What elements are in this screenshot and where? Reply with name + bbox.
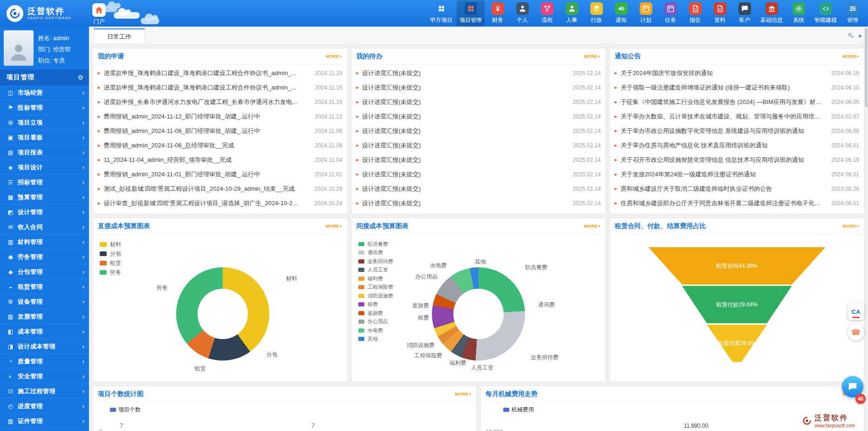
collapse-arrow-icon[interactable]: ▶ bbox=[859, 33, 862, 38]
request-list-item[interactable]: ▸ 费用报销_admin_2024-11-06_部门经理审批_胡建_.运行中 2… bbox=[98, 124, 342, 138]
sidebar-menu-item[interactable]: ◒ 租赁管理 › bbox=[0, 279, 89, 294]
sidebar-menu-item[interactable]: ⚑ 投标管理 › bbox=[0, 100, 89, 115]
more-button[interactable]: MORE ▸ bbox=[843, 54, 860, 59]
sidebar-menu-item[interactable]: ▨ 证件管理 › bbox=[0, 414, 89, 429]
sidebar-menu-item[interactable]: ◉ 劳务管理 › bbox=[0, 250, 89, 264]
chevron-right-icon: › bbox=[82, 358, 84, 365]
sidebar-menu-item[interactable]: ▤ 项目报表 › bbox=[0, 145, 89, 160]
notice-list-item[interactable]: ▸ 关于领取一级注册建造师增项证的通知 (须持一建证书前来领取) 2024.06… bbox=[615, 80, 859, 95]
bullet-icon: ▸ bbox=[356, 142, 359, 148]
sidebar-menu-item[interactable]: ⚙ 设备管理 › bbox=[0, 294, 89, 309]
module-item[interactable]: 甲方项目 bbox=[427, 0, 455, 26]
todo-list-item[interactable]: ▸ 设计进度汇报(未提交) 2025.02.14 bbox=[356, 80, 601, 95]
module-item[interactable]: 财务 bbox=[486, 0, 509, 26]
sidebar-menu-item[interactable]: ◆ 分包管理 › bbox=[0, 264, 89, 279]
scrollbar-thumb[interactable] bbox=[865, 28, 868, 107]
more-button[interactable]: MORE ▸ bbox=[326, 54, 342, 59]
request-list-item[interactable]: ▸ 测试_彭祖新城'四馆'景观工程设计项目_2024-10-29_admin_结… bbox=[98, 181, 342, 196]
notice-list-item[interactable]: ▸ 住房和城乡建设部办公厅关于同意吉林省开展二级建造师注册证书电子化试点... … bbox=[615, 196, 859, 210]
more-button[interactable]: MORE ▸ bbox=[326, 224, 342, 229]
more-button[interactable]: MORE ▸ bbox=[584, 224, 601, 229]
ca-float-widget[interactable]: CA bbox=[847, 303, 864, 320]
module-item[interactable]: 智能建模 bbox=[812, 0, 840, 26]
module-item[interactable]: 行政 bbox=[585, 0, 608, 26]
todo-list-item[interactable]: ▸ 设计进度汇报(未提交) 2025.02.14 bbox=[356, 167, 601, 181]
bullet-icon: ▸ bbox=[356, 157, 359, 163]
request-list-item[interactable]: ▸ 11_2024-11-04_admin_经营部_领导审批__完成 2024.… bbox=[98, 153, 342, 167]
sidebar-menu-item[interactable]: ◔ 质量管理 › bbox=[0, 354, 89, 369]
sidebar-menu-item[interactable]: ◨ 设计成本管理 › bbox=[0, 339, 89, 354]
sidebar-menu-item[interactable]: ✉ 收入合同 › bbox=[0, 220, 89, 235]
sidebar-menu-item[interactable]: ☰ 招标管理 › bbox=[0, 175, 89, 190]
notice-list-item[interactable]: ▸ 房和城乡建设厅关于取消二级建造师临时执业证书的公告 2023.08.29 bbox=[615, 181, 859, 196]
module-item[interactable]: 计划 bbox=[634, 0, 657, 26]
panel-title: 通知公告 bbox=[615, 52, 641, 61]
request-list-item[interactable]: ▸ 进度款申报_珠海鹤港口建设_珠海鹤港口建设工程合作协议书_admin_...… bbox=[98, 80, 342, 95]
more-button[interactable]: MORE ▸ bbox=[584, 54, 601, 59]
legend-swatch bbox=[358, 302, 364, 306]
module-item[interactable]: 基础信息 bbox=[758, 0, 786, 26]
sidebar-menu-item[interactable]: ▦ 预算管理 › bbox=[0, 190, 89, 205]
scrollbar[interactable] bbox=[864, 27, 868, 431]
module-nav: 甲方项目 项目管理 财务 bbox=[427, 0, 868, 27]
module-label: 计划 bbox=[640, 16, 651, 24]
legend-label: 差旅费 bbox=[368, 310, 383, 317]
module-item[interactable]: 个人 bbox=[511, 0, 534, 26]
notice-list-item[interactable]: ▸ 关于召开市政公用设施智慧化管理信息 信息技术与应用培训班的通知 2024.0… bbox=[615, 153, 859, 167]
module-item[interactable]: 管理 bbox=[841, 0, 864, 26]
sidebar-menu-item[interactable]: ◧ 成本管理 › bbox=[0, 324, 89, 339]
sidebar-menu-item[interactable]: ▣ 项目看板 › bbox=[0, 130, 89, 145]
module-item[interactable]: 任务 bbox=[659, 0, 682, 26]
todo-list-item[interactable]: ▸ 设计进度汇报(未提交) 2025.02.14 bbox=[356, 66, 601, 80]
request-list-item[interactable]: ▸ 费用报销_admin_2024-11-06_总经理审批__完成 2024.1… bbox=[98, 138, 342, 153]
module-item[interactable]: 报告 bbox=[683, 0, 707, 26]
todo-list-item[interactable]: ▸ 设计进度汇报(未提交) 2025.02.14 bbox=[356, 95, 601, 109]
module-item[interactable]: 系统 bbox=[787, 0, 810, 26]
sidebar-menu-item[interactable]: ▥ 材料管理 › bbox=[0, 235, 89, 250]
notice-list-item[interactable]: ▸ 关于举办大数据、云计算技术在城市建设、规划、管理与服务中的应用培训班... … bbox=[615, 109, 859, 124]
request-list-item[interactable]: ▸ 进度款申报_珠海鹤港口建设_珠海鹤港口建设工程合作协议书_admin_...… bbox=[98, 66, 342, 80]
todo-list-item[interactable]: ▸ 设计进度汇报(未提交) 2025.02.14 bbox=[356, 124, 601, 138]
todo-list-item[interactable]: ▸ 设计进度汇报(未提交) 2025.02.14 bbox=[356, 153, 601, 167]
module-item[interactable]: 客户 bbox=[733, 0, 756, 26]
item-date: 2024.06.10 bbox=[831, 84, 859, 91]
gear-icon[interactable]: ⚙ bbox=[77, 74, 83, 81]
sidebar-menu-item[interactable]: ◈ 项目设计 › bbox=[0, 160, 89, 175]
sidebar-menu-item[interactable]: ◐ 安全管理 › bbox=[0, 369, 89, 384]
phone-widget[interactable]: ☎ bbox=[847, 324, 864, 341]
request-list-item[interactable]: ▸ 设计审查_彭祖新城'四馆'景观工程设计项目_请选择_胡广生_2024-10-… bbox=[98, 196, 342, 210]
sidebar-menu-item[interactable]: ▧ 发票管理 › bbox=[0, 309, 89, 324]
notice-list-item[interactable]: ▸ 关于举办住房与房地产信息化 技术及应用培训班的通知 2024.06.01 bbox=[615, 138, 859, 153]
portal-button[interactable]: 门户 bbox=[92, 3, 106, 26]
legend-swatch bbox=[358, 242, 364, 246]
key-icon[interactable] bbox=[847, 32, 854, 39]
request-list-item[interactable]: ▸ 费用报销_admin_2024-11-01_部门经理审批_胡建_.运行中 2… bbox=[98, 167, 342, 181]
more-button[interactable]: MORE ▸ bbox=[455, 392, 472, 396]
notice-list-item[interactable]: ▸ 关于2024年国庆节放假安排的通知 2024.06.15 bbox=[615, 66, 859, 80]
item-text: 关于2024年国庆节放假安排的通知 bbox=[621, 69, 826, 77]
notice-list-item[interactable]: ▸ 关于发放2024年第24批一级建造师注册证书的通知 2024.06.01 bbox=[615, 167, 859, 181]
todo-list-item[interactable]: ▸ 设计进度汇报(未提交) 2025.02.14 bbox=[356, 109, 601, 124]
notice-list-item[interactable]: ▸ 于征集《中国建筑施工行业信息化发展报告 (2024) —BIM应用与发展》材… bbox=[615, 95, 859, 109]
todo-list-item[interactable]: ▸ 设计进度汇报(未提交) 2025.02.14 bbox=[356, 196, 601, 210]
request-list-item[interactable]: ▸ 进度款申报_长春市伊通河水力发电厂改建工程_长春市伊通河水力发电... 20… bbox=[98, 95, 342, 109]
module-item[interactable]: 通知 bbox=[609, 0, 633, 26]
request-list-item[interactable]: ▸ 费用报销_admin_2024-11-12_部门经理审批_胡建_.运行中 2… bbox=[98, 109, 342, 124]
sidebar-menu-item[interactable]: ⊞ 项目立项 › bbox=[0, 115, 89, 130]
item-date: 2024.11.01 bbox=[315, 171, 342, 178]
sidebar-menu-item[interactable]: ◩ 设计管理 › bbox=[0, 205, 89, 220]
sidebar-menu-item[interactable]: ◫ 市场经营 › bbox=[0, 85, 89, 100]
notice-list-item[interactable]: ▸ 关于举办市政公用设施数字化管理信息 系统建设与应用培训班的通知 2024.0… bbox=[615, 124, 859, 138]
todo-list-item[interactable]: ▸ 设计进度汇报(未提交) 2025.02.14 bbox=[356, 181, 601, 196]
sidebar-menu-item[interactable]: ◴ 进度管理 › bbox=[0, 399, 89, 414]
sidebar-menu-item[interactable]: ⊡ 施工过程管理 › bbox=[0, 384, 89, 399]
module-item[interactable]: 流程 bbox=[535, 0, 559, 26]
item-date: 2024.06.01 bbox=[831, 142, 859, 149]
more-button[interactable]: MORE ▸ bbox=[843, 224, 860, 229]
module-item[interactable]: 资料 bbox=[708, 0, 731, 26]
module-item[interactable]: 项目管理 bbox=[457, 0, 485, 26]
module-item[interactable]: 人事 bbox=[560, 0, 583, 26]
todo-list-item[interactable]: ▸ 设计进度汇报(未提交) 2025.02.14 bbox=[356, 138, 601, 153]
tab-daily-work[interactable]: 日常工作 bbox=[94, 28, 145, 44]
donut-label: 工程保险费 bbox=[414, 352, 442, 360]
